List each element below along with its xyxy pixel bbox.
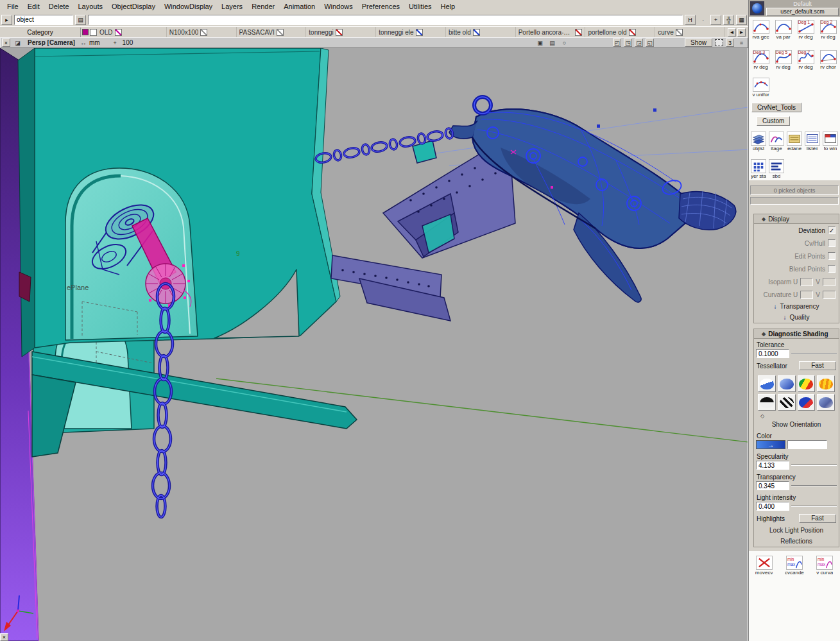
tool-plane-editor[interactable]: edane xyxy=(785,130,803,151)
tool-curve-degree-2[interactable]: Deg 2 rv deg xyxy=(817,19,839,40)
shading-mode-blue-icon[interactable] xyxy=(778,375,796,392)
diagnostic-shading-header[interactable]: ◆ Diagnostic Shading xyxy=(754,329,839,339)
tolerance-field[interactable] xyxy=(756,349,789,358)
layer-symbol-icon[interactable] xyxy=(336,29,343,36)
tool-curve-degree-1[interactable]: Deg 1 rv deg xyxy=(794,19,817,40)
show-orientation-button[interactable]: Show Orientation xyxy=(754,419,839,430)
menu-file[interactable]: File xyxy=(3,2,23,11)
reflections-button[interactable]: Reflections xyxy=(754,536,839,547)
tolerance-slider[interactable] xyxy=(791,350,837,357)
tool-curve-geometry[interactable]: rva gec xyxy=(750,19,772,40)
color-swatch[interactable]: → xyxy=(756,440,785,449)
specularity-field[interactable] xyxy=(756,461,789,470)
specularity-slider[interactable] xyxy=(791,461,837,469)
tool-curve-uniform[interactable]: v unifor xyxy=(750,76,772,98)
layer-tab-passacavi[interactable]: PASSACAVI xyxy=(237,27,307,37)
quality-section-toggle[interactable]: ↓ Quality xyxy=(754,312,839,323)
tool-layer-stats[interactable]: yer sta xyxy=(750,158,767,179)
blend-points-checkbox[interactable] xyxy=(828,265,836,273)
transparency-field[interactable] xyxy=(756,481,789,490)
viewport-close-icon[interactable]: × xyxy=(2,38,10,47)
deviation-checkbox[interactable]: ✓ xyxy=(828,226,836,234)
tool-cv-candidate-minmax[interactable]: min max cvcande xyxy=(779,554,809,576)
viewport-3d[interactable]: 9 ePlane xyxy=(0,48,748,641)
tessellator-button[interactable]: Fast xyxy=(799,361,836,370)
shading-mode-isoangle-icon[interactable] xyxy=(817,375,835,392)
snap-point-icon[interactable]: ∙ xyxy=(698,15,708,25)
menu-delete[interactable]: Delete xyxy=(44,2,74,11)
menu-objectdisplay[interactable]: ObjectDisplay xyxy=(107,2,160,11)
camera-icon[interactable]: ▣ xyxy=(535,38,545,47)
layer-tab-n100x100[interactable]: N100x100 xyxy=(167,27,237,37)
layer-symbol-icon[interactable] xyxy=(575,29,582,36)
pane-count-button[interactable]: 3 xyxy=(726,38,734,47)
tool-sbd[interactable]: sbd xyxy=(767,158,785,179)
magnet-snap-icon[interactable]: ▦ xyxy=(736,15,747,25)
light-intensity-field[interactable] xyxy=(756,502,789,511)
new-layer-box[interactable] xyxy=(90,29,97,36)
layer-tab-portello-ancora-new[interactable]: Portello ancora-New xyxy=(516,27,586,37)
transparency-slider[interactable] xyxy=(791,482,837,490)
light-intensity-slider[interactable] xyxy=(791,502,837,510)
color-value-field[interactable] xyxy=(787,440,827,449)
tool-object-lister[interactable]: objlst xyxy=(750,130,767,151)
render-view-icon[interactable]: ▤ xyxy=(547,38,557,47)
menu-preferences[interactable]: Preferences xyxy=(357,2,404,11)
prompt-options-icon[interactable]: ▤ xyxy=(75,15,86,25)
lock-light-position-button[interactable]: Lock Light Position xyxy=(754,525,839,536)
layer-scroll-left-icon[interactable]: ◄ xyxy=(728,28,736,37)
shading-mode-draft-bw-icon[interactable] xyxy=(758,394,776,411)
isoparm-v-field[interactable] xyxy=(823,278,836,286)
curvature-v-field[interactable] xyxy=(823,291,836,299)
show-menu-button[interactable]: Show xyxy=(685,38,712,47)
shading-mode-bluegray-icon[interactable] xyxy=(817,394,835,411)
highlights-button[interactable]: Fast xyxy=(799,514,836,523)
tool-curve-chord[interactable]: rv chor xyxy=(817,49,839,70)
zoom-view-icon[interactable]: ◳ xyxy=(624,38,632,47)
layer-tab-tonneggi-ele[interactable]: tonneggi ele xyxy=(376,27,446,37)
cvhull-checkbox[interactable] xyxy=(828,239,836,247)
camera-move-icon[interactable]: ◪ xyxy=(13,38,22,47)
stacked-panes-icon[interactable]: ≡ xyxy=(737,38,746,47)
layer-symbol-icon[interactable] xyxy=(416,29,423,36)
layer-symbol-icon[interactable] xyxy=(473,29,480,36)
scheme-file-button[interactable]: user_default.scm xyxy=(766,8,839,16)
menu-edit[interactable]: Edit xyxy=(23,2,44,11)
tab-crvnet-tools[interactable]: CrvNet_Tools xyxy=(751,103,801,112)
menu-utilities[interactable]: Utilities xyxy=(404,2,436,11)
layer-tab-bitte-old[interactable]: bitte old xyxy=(446,27,516,37)
snap-grid-icon[interactable]: + xyxy=(710,15,721,25)
snap-curve-icon[interactable]: ╬ xyxy=(723,15,734,25)
shading-mode-wireframe-icon[interactable] xyxy=(758,375,776,392)
layer-tab-portellone-old[interactable]: portellone old xyxy=(585,27,655,37)
tool-curve-degree-3[interactable]: Deg 3 rv deg xyxy=(750,49,772,70)
layer-symbol-icon[interactable] xyxy=(676,29,683,36)
object-type-input[interactable] xyxy=(15,16,73,23)
command-line-input[interactable] xyxy=(88,15,683,25)
isoparm-u-field[interactable] xyxy=(800,278,813,286)
layer-tab-curve[interactable]: curve xyxy=(655,27,725,37)
shading-mode-curvature-icon[interactable] xyxy=(798,375,816,392)
prompt-mode-icon[interactable]: ▸ xyxy=(1,15,12,25)
curvature-u-field[interactable] xyxy=(800,291,813,299)
layer-scroll-right-icon[interactable]: ► xyxy=(737,28,746,37)
tool-curve-degree-5[interactable]: Deg 5 rv deg xyxy=(772,49,794,70)
tool-curve-param[interactable]: va par xyxy=(772,19,794,40)
magnifier-icon[interactable]: ○ xyxy=(560,38,569,47)
tool-stage-editor[interactable]: itage xyxy=(767,130,785,151)
display-panel-header[interactable]: ◆ Display xyxy=(754,214,839,224)
tool-info-window[interactable]: fo win xyxy=(821,130,839,151)
menu-render[interactable]: Render xyxy=(247,2,279,11)
menu-windowdisplay[interactable]: WindowDisplay xyxy=(160,2,217,11)
layer-symbol-icon[interactable] xyxy=(277,29,284,36)
category-button[interactable]: Category xyxy=(0,28,81,37)
current-layer-swatch[interactable] xyxy=(82,29,89,35)
perspective-scene-canvas[interactable]: 9 ePlane xyxy=(0,48,748,641)
tab-custom[interactable]: Custom xyxy=(757,116,790,126)
construction-history-icon[interactable]: H xyxy=(685,15,696,25)
section-collapse-icon[interactable]: ◇ xyxy=(760,413,764,419)
menu-help[interactable]: Help xyxy=(436,2,460,11)
object-type-combo[interactable] xyxy=(14,15,73,25)
alias-orb-icon[interactable] xyxy=(750,1,764,15)
layer-symbol-icon[interactable] xyxy=(629,29,636,36)
